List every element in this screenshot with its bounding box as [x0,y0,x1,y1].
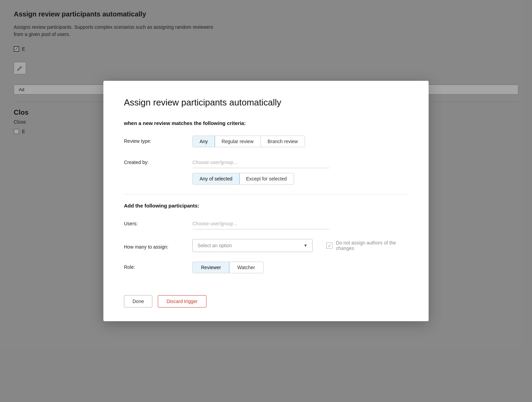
created-by-control: Any of selected Except for selected [192,157,408,185]
role-label: Role: [124,262,192,270]
how-many-select[interactable]: Select an option ▼ [192,239,313,252]
review-type-branch[interactable]: Branch review [261,136,305,147]
users-label: Users: [124,218,192,226]
users-control [192,218,408,229]
criteria-heading: when a new review matches the following … [124,120,408,126]
do-not-assign-row: Do not assign authors of the changes [326,240,408,251]
review-type-btn-group: Any Regular review Branch review [192,136,305,147]
role-control: Reviewer Watcher [192,262,408,273]
users-row: Users: [124,218,408,229]
participants-heading: Add the following participants: [124,203,408,209]
participants-section: Add the following participants: Users: H… [124,203,408,273]
discard-button[interactable]: Discard trigger [158,295,206,307]
chevron-down-icon: ▼ [303,243,307,248]
modal-title: Assign review participants automatically [124,97,408,108]
any-of-selected-btn[interactable]: Any of selected [192,173,240,185]
section-divider [124,194,408,194]
except-for-selected-btn[interactable]: Except for selected [239,173,294,184]
role-watcher-btn[interactable]: Watcher [229,262,263,273]
review-type-regular[interactable]: Regular review [215,136,261,147]
done-button[interactable]: Done [124,295,152,307]
do-not-assign-checkbox[interactable] [326,242,332,249]
created-by-row: Created by: Any of selected Except for s… [124,157,408,185]
role-reviewer-btn[interactable]: Reviewer [192,262,229,273]
review-type-label: Review type: [124,136,192,144]
modal-dialog: Assign review participants automatically… [103,81,429,321]
review-type-control: Any Regular review Branch review [192,136,408,147]
modal-overlay: Assign review participants automatically… [0,0,532,402]
how-many-label: How many to assign: [124,241,192,250]
created-by-label: Created by: [124,157,192,165]
users-input[interactable] [192,218,329,229]
review-type-row: Review type: Any Regular review Branch r… [124,136,408,147]
do-not-assign-label: Do not assign authors of the changes [336,240,408,251]
role-row: Role: Reviewer Watcher [124,262,408,273]
how-many-placeholder: Select an option [198,243,232,248]
review-type-any[interactable]: Any [192,136,215,147]
how-many-row: How many to assign: Select an option ▼ D… [124,239,408,252]
role-btn-group: Reviewer Watcher [192,262,264,273]
selector-toggle: Any of selected Except for selected [192,173,294,185]
modal-footer: Done Discard trigger [124,290,408,307]
how-many-control: Select an option ▼ Do not assign authors… [192,239,408,252]
created-by-input[interactable] [192,157,329,168]
